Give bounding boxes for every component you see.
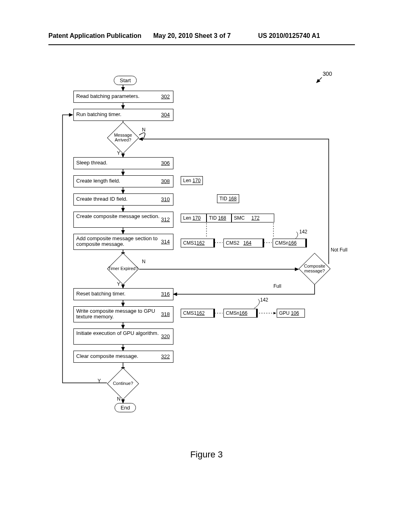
header-rule [48,44,355,45]
label-n: N [117,396,121,402]
box-cmsn-b: CMSn166 [223,309,257,318]
step-306: Sleep thread. 306 [73,157,173,169]
step-num: 312 [161,217,170,222]
label-y: Y [98,378,101,384]
step-text: Create composite message section. [76,213,160,219]
step-text: Read batching parameters. [76,93,140,99]
step-316: Reset batching timer. 316 [73,288,173,300]
box-len-170: Len Len 170170 [181,176,203,185]
flowchart-diagram: 300 Start Read batching parameters. 302 … [48,73,371,427]
terminal-end: End [115,403,136,412]
step-text: Clear composite message. [76,353,138,359]
box-len-170b: Len 170 [181,214,206,222]
step-num: 306 [161,160,170,167]
box-cms1-b: CMS1162 [181,309,214,318]
label-full: Full [273,283,281,289]
box-cms1-a: CMS1162 [181,239,214,247]
step-text: Create thread ID field. [76,196,127,202]
ref-300: 300 [323,71,332,77]
step-text: Run batching timer. [76,111,121,117]
header-center: May 20, 2010 Sheet 3 of 7 [153,32,231,39]
step-num: 316 [161,291,170,298]
figure-caption: Figure 3 [0,449,413,460]
step-320: Initiate execution of GPU algorithm. 320 [73,328,173,345]
decision-message-arrived: Message Arrived? [107,125,139,150]
step-num: 314 [161,239,170,245]
box-cmsn-a: CMSn166 [273,239,306,247]
label-n: N [142,259,146,264]
box-cms2: CMS2 164 [223,239,263,247]
header-left: Patent Application Publication [48,32,142,39]
ref-142a: 142 [299,229,307,235]
decision-composite-message: Composite message? [298,256,331,281]
step-num: 308 [161,178,170,185]
step-text: Add composite message section to composi… [76,235,158,247]
divider [214,309,215,318]
step-text: Reset batching timer. [76,291,125,297]
step-302: Read batching parameters. 302 [73,91,173,103]
step-num: 310 [161,196,170,203]
label-y: Y [117,281,120,287]
box-smc-172: SMC 172 [232,214,274,222]
decision-continue: Continue? [107,371,139,396]
step-num: 302 [161,93,170,100]
step-text: Initiate execution of GPU algorithm. [76,330,159,336]
divider [257,309,258,318]
step-322: Clear composite message. 322 [73,351,173,363]
svg-line-16 [317,77,322,83]
step-304: Run batching timer. 304 [73,109,173,121]
divider [306,239,307,247]
step-text: Create length field. [76,178,120,184]
step-312: Create composite message section. 312 [73,212,173,228]
step-310: Create thread ID field. 310 [73,193,173,206]
divider [263,239,264,247]
terminal-start: Start [114,76,137,85]
step-num: 322 [161,353,170,360]
step-num: 320 [161,334,170,339]
box-tid-168b: TID 168 [206,214,232,222]
box-gpu-106: GPU 106 [277,309,305,318]
step-text: Sleep thread. [76,160,107,166]
box-tid-168: TID 168 [217,194,239,203]
step-318: Write composite message to GPU texture m… [73,306,173,322]
step-text: Write composite message to GPU texture m… [76,308,155,320]
decision-timer-expired: Timer Expired? [107,256,139,281]
label-notfull: Not Full [331,247,347,253]
ref-142b: 142 [260,297,268,303]
label-y: Y [117,150,120,156]
label-n: N [142,127,146,133]
divider [214,239,215,247]
step-num: 304 [161,111,170,118]
step-314: Add composite message section to composi… [73,234,173,250]
step-308: Create length field. 308 [73,175,173,187]
flow-arrows [48,73,371,427]
step-num: 318 [161,312,170,317]
header-right: US 2010/0125740 A1 [258,32,320,39]
